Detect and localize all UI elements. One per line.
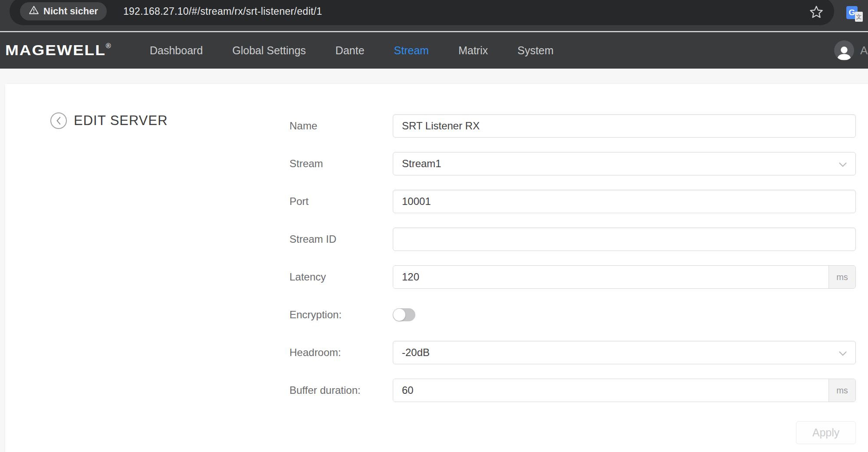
name-label: Name <box>289 120 393 132</box>
buffer-duration-label: Buffer duration: <box>289 384 393 396</box>
chevron-down-icon <box>839 346 847 359</box>
port-label: Port <box>289 195 393 208</box>
form-row-stream: Stream Stream1 <box>289 152 856 175</box>
back-button[interactable] <box>50 112 67 129</box>
name-input[interactable] <box>393 114 856 138</box>
buffer-duration-input[interactable] <box>393 379 829 402</box>
form-row-encryption: Encryption: <box>289 303 856 327</box>
chevron-down-icon <box>839 158 847 170</box>
translate-icon[interactable]: G 文 <box>846 6 863 22</box>
nav-item-dante[interactable]: Dante <box>335 44 365 57</box>
logo-text: MAGEWELL <box>5 42 106 59</box>
form-row-headroom: Headroom: -20dB <box>289 341 856 364</box>
stream-select-value: Stream1 <box>402 158 441 170</box>
page-background: EDIT SERVER Name Stream Stream1 <box>0 69 868 452</box>
nav-item-dashboard[interactable]: Dashboard <box>150 44 203 57</box>
nav-item-stream[interactable]: Stream <box>394 44 429 57</box>
security-badge-label: Nicht sicher <box>43 6 98 17</box>
address-bar[interactable]: Nicht sicher 192.168.27.10/#/stream/rx/s… <box>10 0 834 25</box>
user-avatar-icon <box>834 40 854 60</box>
content-card: EDIT SERVER Name Stream Stream1 <box>5 84 868 452</box>
user-name: Ad <box>860 44 868 57</box>
port-input[interactable] <box>393 190 856 213</box>
latency-input[interactable] <box>393 266 829 288</box>
security-badge[interactable]: Nicht sicher <box>20 2 107 20</box>
translate-icon-char: 文 <box>855 12 863 22</box>
page-heading: EDIT SERVER <box>50 112 168 129</box>
form-row-stream-id: Stream ID <box>289 228 856 251</box>
encryption-label: Encryption: <box>289 309 393 321</box>
app-navbar: MAGEWELL ® Dashboard Global Settings Dan… <box>0 32 868 69</box>
url-text[interactable]: 192.168.27.10/#/stream/rx/srt-listener/e… <box>123 6 322 17</box>
nav-item-system[interactable]: System <box>517 44 553 57</box>
nav-items: Dashboard Global Settings Dante Stream M… <box>150 44 554 57</box>
user-menu[interactable]: Ad <box>834 32 868 69</box>
latency-label: Latency <box>289 271 393 283</box>
form-row-latency: Latency ms <box>289 265 856 289</box>
toggle-knob <box>393 309 405 321</box>
chevron-left-icon <box>56 116 62 125</box>
stream-id-label: Stream ID <box>289 233 393 245</box>
browser-toolbar: Nicht sicher 192.168.27.10/#/stream/rx/s… <box>0 0 868 31</box>
apply-button[interactable]: Apply <box>796 421 856 444</box>
buffer-duration-unit: ms <box>829 379 855 402</box>
page-title: EDIT SERVER <box>74 113 168 129</box>
headroom-select[interactable]: -20dB <box>393 341 856 364</box>
nav-item-global-settings[interactable]: Global Settings <box>232 44 306 57</box>
edit-server-form: Name Stream Stream1 <box>289 114 856 416</box>
logo-registered-mark: ® <box>106 42 111 50</box>
stream-id-input[interactable] <box>393 228 856 251</box>
stream-label: Stream <box>289 158 393 170</box>
nav-item-matrix[interactable]: Matrix <box>458 44 488 57</box>
stream-select[interactable]: Stream1 <box>393 152 856 175</box>
bookmark-star-icon[interactable] <box>809 5 824 20</box>
form-row-buffer-duration: Buffer duration: ms <box>289 379 856 402</box>
warning-triangle-icon <box>29 5 39 17</box>
magewell-logo: MAGEWELL ® <box>5 41 150 59</box>
form-actions: Apply <box>289 421 856 444</box>
form-row-port: Port <box>289 190 856 213</box>
latency-unit: ms <box>829 266 855 288</box>
encryption-toggle[interactable] <box>393 308 415 321</box>
headroom-select-value: -20dB <box>402 346 430 359</box>
form-row-name: Name <box>289 114 856 138</box>
headroom-label: Headroom: <box>289 346 393 359</box>
